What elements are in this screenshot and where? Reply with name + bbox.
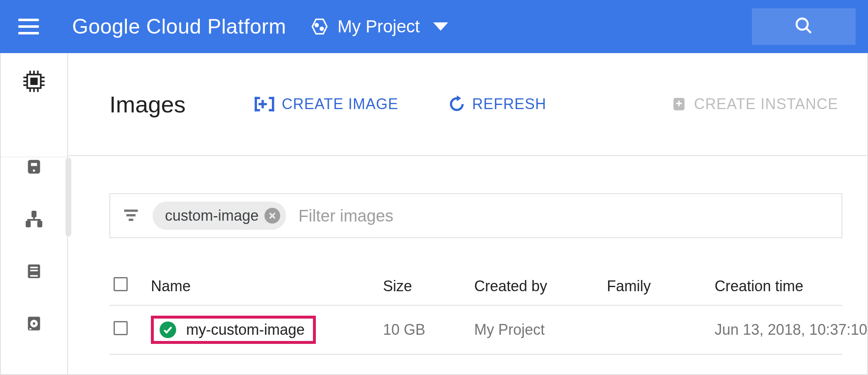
column-header-name[interactable]: Name: [147, 267, 379, 305]
images-table-wrap: Name Size Created by Family Creation tim…: [68, 238, 867, 355]
content-frame: Images CREATE IMAGE: [0, 53, 868, 375]
refresh-button[interactable]: REFRESH: [448, 95, 546, 113]
hamburger-menu-icon[interactable]: [18, 16, 39, 37]
svg-rect-28: [30, 275, 38, 277]
svg-point-21: [33, 169, 35, 172]
row-checkbox[interactable]: [114, 321, 128, 335]
column-header-size[interactable]: Size: [379, 267, 470, 305]
brand-word-google: Google: [72, 15, 140, 38]
create-instance-label: CREATE INSTANCE: [694, 95, 838, 113]
svg-rect-36: [124, 209, 138, 212]
svg-line-4: [806, 28, 811, 33]
project-picker[interactable]: My Project: [311, 17, 448, 37]
svg-rect-26: [30, 267, 38, 268]
project-hex-icon: [311, 18, 328, 35]
svg-point-31: [33, 322, 35, 325]
create-instance-button: CREATE INSTANCE: [671, 95, 838, 113]
create-image-button[interactable]: CREATE IMAGE: [252, 95, 398, 113]
svg-rect-20: [31, 163, 37, 166]
images-table: Name Size Created by Family Creation tim…: [109, 267, 842, 355]
filter-box[interactable]: custom-image: [109, 193, 842, 238]
search-icon: [794, 16, 813, 37]
table-header-row: Name Size Created by Family Creation tim…: [109, 267, 842, 305]
svg-rect-32: [29, 328, 32, 330]
brand-rest: Cloud Platform: [140, 15, 286, 38]
sidebar-divider: [1, 157, 67, 157]
highlight-annotation: my-custom-image: [151, 316, 316, 344]
cell-family: [603, 305, 710, 354]
chevron-down-icon: [433, 22, 448, 31]
svg-rect-38: [129, 219, 133, 221]
filter-area: custom-image: [68, 156, 867, 238]
status-ready-icon: [160, 321, 176, 338]
filter-chip-label: custom-image: [165, 207, 259, 224]
top-app-bar: Google Cloud Platform My Project: [0, 0, 868, 53]
refresh-label: REFRESH: [472, 95, 546, 113]
table-row[interactable]: my-custom-image 10 GB My Project Jun 13,…: [109, 305, 842, 354]
svg-rect-23: [26, 221, 31, 227]
search-button[interactable]: [752, 8, 856, 45]
select-all-checkbox[interactable]: [114, 277, 128, 291]
brand-title: Google Cloud Platform: [72, 15, 286, 39]
filter-icon: [122, 206, 140, 226]
sidebar-item-disks-icon[interactable]: [22, 312, 46, 335]
svg-rect-22: [32, 211, 36, 217]
sidebar-item-vm-instances-icon[interactable]: [22, 155, 46, 178]
filter-chip[interactable]: custom-image: [153, 202, 286, 230]
column-header-created-by[interactable]: Created by: [470, 267, 603, 305]
column-header-family[interactable]: Family: [603, 267, 710, 305]
create-instance-icon: [671, 96, 687, 112]
svg-point-3: [797, 19, 808, 30]
cell-size: 10 GB: [379, 305, 470, 354]
create-image-label: CREATE IMAGE: [282, 95, 398, 113]
svg-marker-0: [313, 19, 327, 34]
create-image-icon: [252, 95, 275, 113]
main-content: Images CREATE IMAGE: [68, 53, 867, 374]
svg-point-2: [320, 27, 324, 31]
cell-creation-time: Jun 13, 2018, 10:37:10 AM: [710, 305, 842, 354]
svg-point-1: [315, 23, 319, 27]
sidebar-item-templates-icon[interactable]: [22, 260, 46, 283]
cell-created-by: My Project: [470, 305, 603, 354]
page-title: Images: [109, 91, 186, 118]
svg-rect-37: [126, 214, 136, 217]
refresh-icon: [448, 95, 466, 113]
svg-rect-6: [31, 78, 37, 84]
project-name: My Project: [337, 17, 419, 37]
svg-rect-35: [676, 103, 682, 104]
filter-input[interactable]: [298, 207, 830, 225]
page-toolbar: Images CREATE IMAGE: [68, 53, 867, 156]
image-name[interactable]: my-custom-image: [186, 321, 305, 338]
column-header-creation-time[interactable]: Creation time: [710, 267, 842, 305]
sidebar-item-instance-groups-icon[interactable]: [22, 207, 46, 231]
svg-rect-27: [30, 270, 38, 271]
filter-chip-remove-icon[interactable]: [264, 208, 280, 224]
svg-rect-24: [37, 221, 42, 227]
compute-engine-section-icon[interactable]: [22, 70, 46, 93]
left-sidebar: [1, 53, 68, 374]
